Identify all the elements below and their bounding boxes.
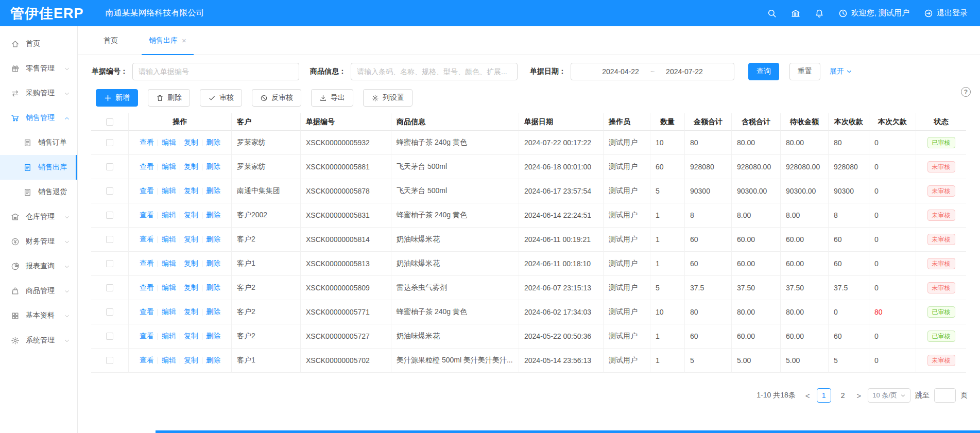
action-copy[interactable]: 复制 xyxy=(184,186,198,196)
action-edit[interactable]: 编辑 xyxy=(162,259,176,268)
action-copy[interactable]: 复制 xyxy=(184,307,198,317)
row-checkbox[interactable] xyxy=(106,236,113,243)
sidebar-item-home[interactable]: 首页 xyxy=(0,31,77,56)
product-info-input[interactable] xyxy=(351,63,518,80)
row-checkbox[interactable] xyxy=(106,187,113,195)
row-checkbox[interactable] xyxy=(106,284,113,291)
prev-page-button[interactable]: < xyxy=(803,391,812,400)
action-edit[interactable]: 编辑 xyxy=(162,211,176,220)
jump-page-input[interactable] xyxy=(934,388,956,403)
date-range-picker[interactable]: 2024-04-22 ~ 2024-07-22 xyxy=(571,63,734,80)
action-copy[interactable]: 复制 xyxy=(184,332,198,341)
action-copy[interactable]: 复制 xyxy=(184,259,198,268)
sidebar-item-report[interactable]: 报表查询 xyxy=(0,254,77,279)
action-view[interactable]: 查看 xyxy=(140,259,154,268)
action-view[interactable]: 查看 xyxy=(140,235,154,244)
help-icon[interactable]: ? xyxy=(961,87,971,97)
page-number-1[interactable]: 1 xyxy=(817,388,831,403)
header-receivable: 待收金额 xyxy=(781,113,829,131)
row-checkbox[interactable] xyxy=(106,357,113,364)
row-checkbox[interactable] xyxy=(106,260,113,267)
row-checkbox[interactable] xyxy=(106,333,113,340)
delete-button[interactable]: 删除 xyxy=(148,89,190,107)
delete-button-label: 删除 xyxy=(167,93,182,102)
tab-close-icon[interactable]: × xyxy=(182,36,186,45)
sidebar-item-purchase[interactable]: 采购管理 xyxy=(0,81,77,106)
search-icon[interactable] xyxy=(767,9,777,18)
sidebar-item-sales-order[interactable]: 销售订单 xyxy=(0,130,77,155)
page-number-2[interactable]: 2 xyxy=(836,388,850,403)
sidebar-item-finance[interactable]: 财务管理 xyxy=(0,229,77,254)
date-start[interactable]: 2024-04-22 xyxy=(602,67,639,76)
action-view[interactable]: 查看 xyxy=(140,138,154,147)
bell-icon[interactable] xyxy=(815,9,824,18)
chevron-down-icon xyxy=(64,313,70,319)
action-delete[interactable]: 删除 xyxy=(206,138,220,147)
row-checkbox[interactable] xyxy=(106,212,113,219)
action-delete[interactable]: 删除 xyxy=(206,283,220,292)
unaudit-button[interactable]: 反审核 xyxy=(252,89,301,107)
add-button[interactable]: 新增 xyxy=(96,89,138,107)
action-divider xyxy=(202,140,202,146)
sidebar-item-system[interactable]: 系统管理 xyxy=(0,328,77,353)
select-all-checkbox[interactable] xyxy=(106,118,113,126)
action-edit[interactable]: 编辑 xyxy=(162,235,176,244)
action-delete[interactable]: 删除 xyxy=(206,162,220,171)
action-copy[interactable]: 复制 xyxy=(184,211,198,220)
action-delete[interactable]: 删除 xyxy=(206,186,220,196)
action-view[interactable]: 查看 xyxy=(140,162,154,171)
sidebar-item-retail[interactable]: 零售管理 xyxy=(0,56,77,81)
user-menu[interactable]: 欢迎您, 测试用户 xyxy=(838,8,909,18)
action-view[interactable]: 查看 xyxy=(140,283,154,292)
row-checkbox[interactable] xyxy=(106,308,113,316)
date-end[interactable]: 2024-07-22 xyxy=(666,67,703,76)
logout-button[interactable]: 退出登录 xyxy=(924,8,968,18)
sidebar-item-sales-outbound[interactable]: 销售出库 xyxy=(0,155,77,180)
action-view[interactable]: 查看 xyxy=(140,356,154,365)
sidebar-item-sales-return[interactable]: 销售退货 xyxy=(0,180,77,204)
action-edit[interactable]: 编辑 xyxy=(162,138,176,147)
sidebar-item-basic-data[interactable]: 基本资料 xyxy=(0,303,77,328)
action-edit[interactable]: 编辑 xyxy=(162,307,176,317)
action-view[interactable]: 查看 xyxy=(140,332,154,341)
action-copy[interactable]: 复制 xyxy=(184,235,198,244)
next-page-button[interactable]: > xyxy=(855,391,864,400)
column-settings-button[interactable]: 列设置 xyxy=(363,89,412,107)
action-edit[interactable]: 编辑 xyxy=(162,186,176,196)
expand-link[interactable]: 展开 xyxy=(830,67,852,76)
search-button[interactable]: 查询 xyxy=(748,63,779,80)
order-no-input[interactable] xyxy=(132,63,299,80)
action-view[interactable]: 查看 xyxy=(140,186,154,196)
sidebar-item-warehouse[interactable]: 仓库管理 xyxy=(0,204,77,229)
action-copy[interactable]: 复制 xyxy=(184,356,198,365)
action-delete[interactable]: 删除 xyxy=(206,307,220,317)
action-delete[interactable]: 删除 xyxy=(206,332,220,341)
sidebar-item-sales[interactable]: 销售管理 xyxy=(0,106,77,130)
action-delete[interactable]: 删除 xyxy=(206,235,220,244)
page-size-select[interactable]: 10 条/页 xyxy=(868,388,910,403)
action-delete[interactable]: 删除 xyxy=(206,356,220,365)
action-view[interactable]: 查看 xyxy=(140,307,154,317)
audit-button[interactable]: 审核 xyxy=(200,89,242,107)
action-copy[interactable]: 复制 xyxy=(184,283,198,292)
action-edit[interactable]: 编辑 xyxy=(162,162,176,171)
action-edit[interactable]: 编辑 xyxy=(162,332,176,341)
amount-value: 90300 xyxy=(690,187,710,195)
bank-icon[interactable] xyxy=(791,9,800,18)
tab-home[interactable]: 首页 xyxy=(96,26,125,55)
export-button[interactable]: 导出 xyxy=(311,89,353,107)
action-view[interactable]: 查看 xyxy=(140,211,154,220)
action-divider xyxy=(180,164,180,170)
action-copy[interactable]: 复制 xyxy=(184,138,198,147)
action-delete[interactable]: 删除 xyxy=(206,259,220,268)
action-copy[interactable]: 复制 xyxy=(184,162,198,171)
action-delete[interactable]: 删除 xyxy=(206,211,220,220)
reset-button[interactable]: 重置 xyxy=(789,63,820,80)
sidebar-item-product[interactable]: 商品管理 xyxy=(0,279,77,303)
action-edit[interactable]: 编辑 xyxy=(162,283,176,292)
horizontal-scrollbar[interactable] xyxy=(156,430,980,433)
row-checkbox[interactable] xyxy=(106,163,113,170)
tab-sales-outbound[interactable]: 销售出库 × xyxy=(142,26,194,55)
row-checkbox[interactable] xyxy=(106,139,113,146)
action-edit[interactable]: 编辑 xyxy=(162,356,176,365)
